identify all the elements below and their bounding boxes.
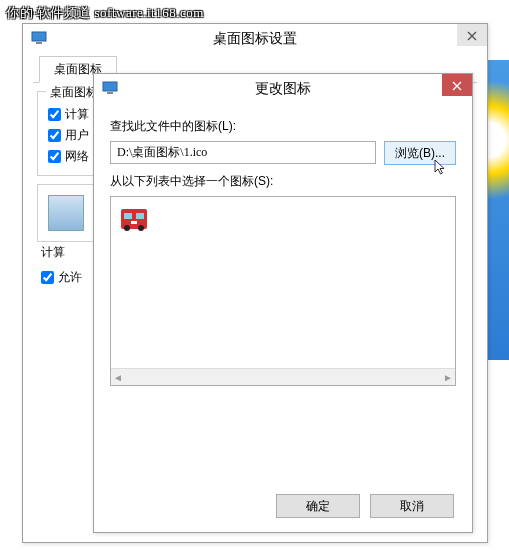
- svg-point-7: [124, 225, 130, 231]
- svg-rect-0: [32, 32, 46, 41]
- svg-rect-6: [136, 213, 144, 219]
- svg-rect-3: [107, 92, 113, 94]
- dialog-title: 更改图标: [255, 80, 311, 96]
- change-icon-dialog: 更改图标 查找此文件中的图标(L): 浏览(B)... 从以下列表中选择一个图标…: [93, 73, 473, 533]
- dialog-title: 桌面图标设置: [213, 30, 297, 46]
- ok-button[interactable]: 确定: [276, 494, 360, 518]
- car-icon[interactable]: [117, 203, 151, 237]
- computer-icon[interactable]: [48, 195, 84, 231]
- close-button[interactable]: [457, 24, 487, 46]
- svg-rect-1: [36, 42, 42, 44]
- scroll-left-icon[interactable]: ◄: [113, 372, 123, 383]
- find-icon-label: 查找此文件中的图标(L):: [110, 118, 456, 135]
- display-icon: [102, 80, 118, 96]
- icon-list[interactable]: ◄ ►: [110, 196, 456, 386]
- horizontal-scrollbar[interactable]: ◄ ►: [111, 368, 455, 385]
- close-button[interactable]: [442, 74, 472, 96]
- allow-label: 允许: [58, 269, 82, 286]
- watermark-text: 你的·软件频道 software.it168.com: [6, 4, 204, 22]
- svg-point-8: [138, 225, 144, 231]
- display-icon: [31, 30, 47, 46]
- browse-button[interactable]: 浏览(B)...: [384, 141, 456, 165]
- svg-rect-5: [124, 213, 132, 219]
- svg-rect-9: [131, 221, 137, 224]
- cancel-button[interactable]: 取消: [370, 494, 454, 518]
- allow-checkbox[interactable]: [41, 271, 54, 284]
- select-icon-label: 从以下列表中选择一个图标(S):: [110, 173, 456, 190]
- scroll-right-icon[interactable]: ►: [443, 372, 453, 383]
- svg-rect-2: [103, 82, 117, 91]
- icon-path-input[interactable]: [110, 141, 376, 164]
